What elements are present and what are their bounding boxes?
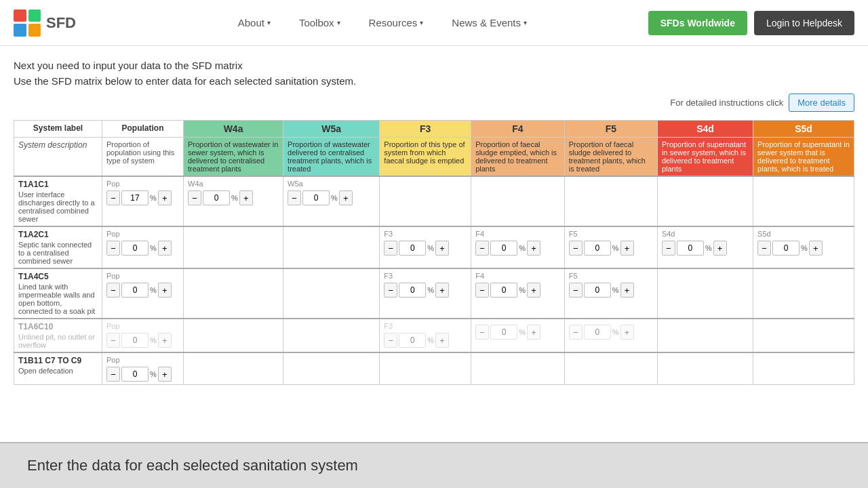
s4d-minus-t1a2c1[interactable]: − bbox=[662, 241, 675, 256]
f5-plus-t1a4c5[interactable]: + bbox=[620, 283, 634, 298]
f5-minus-t1a6c10[interactable]: − bbox=[569, 325, 583, 340]
f4-plus-t1a4c5[interactable]: + bbox=[527, 283, 540, 298]
login-helpdesk-button[interactable]: Login to Helpdesk bbox=[754, 11, 854, 35]
pop-controls-t1a2c1: − % + bbox=[106, 241, 179, 256]
pop-minus-t1a1c1[interactable]: − bbox=[106, 190, 120, 205]
pop-controls-t1a1c1: − % + bbox=[106, 190, 179, 205]
nav-toolbox[interactable]: Toolbox ▾ bbox=[288, 12, 351, 34]
s4d-plus-t1a2c1[interactable]: + bbox=[713, 241, 727, 256]
w4a-desc: Proportion of wastewater in sewer system… bbox=[184, 138, 283, 177]
s4d-cell-t1a2c1: S4d − % + bbox=[657, 226, 753, 268]
nav-about[interactable]: About ▾ bbox=[227, 12, 281, 34]
f3-plus-t1a2c1[interactable]: + bbox=[435, 241, 449, 256]
w5a-plus-t1a1c1[interactable]: + bbox=[339, 190, 353, 205]
w5a-cell-t1a2c1 bbox=[283, 226, 380, 268]
main-content: Next you need to input your data to the … bbox=[0, 46, 868, 385]
logo[interactable]: SFD bbox=[14, 9, 76, 37]
f4-minus-t1a2c1[interactable]: − bbox=[475, 241, 489, 256]
s4d-cell-t1a1c1 bbox=[657, 176, 753, 226]
chevron-down-icon: ▾ bbox=[524, 19, 527, 26]
f5-cell-t1a6c10: − % + bbox=[564, 319, 657, 352]
w4a-plus-t1a1c1[interactable]: + bbox=[239, 190, 253, 205]
f3-input-t1a6c10[interactable] bbox=[399, 333, 426, 348]
s4d-cell-t1b11 bbox=[657, 352, 753, 385]
f5-cell-t1b11 bbox=[564, 352, 657, 385]
pop-minus-t1b11[interactable]: − bbox=[106, 367, 120, 382]
col-header-w4a: W4a bbox=[184, 121, 283, 138]
f3-minus-t1a2c1[interactable]: − bbox=[384, 241, 397, 256]
w5a-cell-t1a1c1: W5a − % + bbox=[283, 176, 380, 226]
f3-plus-t1a6c10[interactable]: + bbox=[435, 333, 449, 348]
pop-input-t1a4c5[interactable] bbox=[121, 283, 149, 298]
description-row: System description Proportion of populat… bbox=[14, 138, 854, 177]
col-header-population: Population bbox=[102, 121, 184, 138]
f4-minus-t1a6c10[interactable]: − bbox=[475, 325, 489, 340]
f3-minus-t1a6c10[interactable]: − bbox=[384, 333, 397, 348]
f4-cell-t1a6c10: − % + bbox=[471, 319, 565, 352]
f4-input-t1a6c10[interactable] bbox=[490, 325, 517, 340]
w4a-minus-t1a1c1[interactable]: − bbox=[188, 190, 201, 205]
pop-minus-t1a6c10[interactable]: − bbox=[106, 333, 120, 348]
pop-minus-t1a2c1[interactable]: − bbox=[106, 241, 120, 256]
pop-input-t1a6c10[interactable] bbox=[121, 333, 149, 348]
f5-minus-t1a4c5[interactable]: − bbox=[569, 283, 583, 298]
w5a-controls-t1a1c1: − % + bbox=[288, 190, 375, 205]
w4a-cell-t1a2c1 bbox=[184, 226, 283, 268]
pop-plus-t1a4c5[interactable]: + bbox=[158, 283, 172, 298]
s5d-cell-t1b11 bbox=[753, 352, 854, 385]
pop-plus-t1a2c1[interactable]: + bbox=[158, 241, 172, 256]
s5d-minus-t1a2c1[interactable]: − bbox=[757, 241, 771, 256]
pop-plus-t1b11[interactable]: + bbox=[158, 367, 172, 382]
f3-input-t1a2c1[interactable] bbox=[399, 241, 426, 256]
logo-text: SFD bbox=[46, 14, 76, 32]
f4-input-t1a4c5[interactable] bbox=[490, 283, 517, 298]
f5-plus-t1a2c1[interactable]: + bbox=[620, 241, 634, 256]
pop-cell-t1a4c5: Pop − % + bbox=[102, 268, 184, 319]
f5-input-t1a4c5[interactable] bbox=[584, 283, 611, 298]
pop-plus-t1a6c10[interactable]: + bbox=[158, 333, 172, 348]
f3-minus-t1a4c5[interactable]: − bbox=[384, 283, 397, 298]
pop-plus-t1a1c1[interactable]: + bbox=[158, 190, 172, 205]
s5d-plus-t1a2c1[interactable]: + bbox=[809, 241, 823, 256]
f3-cell-t1a1c1 bbox=[380, 176, 471, 226]
w4a-cell-t1b11 bbox=[184, 352, 283, 385]
f3-input-t1a4c5[interactable] bbox=[399, 283, 426, 298]
w5a-minus-t1a1c1[interactable]: − bbox=[288, 190, 301, 205]
pop-cell-t1a1c1: Pop − % + bbox=[102, 176, 184, 226]
f5-minus-t1a2c1[interactable]: − bbox=[569, 241, 583, 256]
s4d-input-t1a2c1[interactable] bbox=[677, 241, 704, 256]
pop-input-t1a1c1[interactable] bbox=[121, 190, 149, 205]
s4d-cell-t1a6c10 bbox=[657, 319, 753, 352]
f3-cell-t1b11 bbox=[380, 352, 471, 385]
f4-cell-t1a1c1 bbox=[471, 176, 565, 226]
s4d-controls-t1a2c1: − % + bbox=[662, 241, 749, 256]
w5a-input-t1a1c1[interactable] bbox=[302, 190, 330, 205]
pop-cell-t1a6c10: Pop − % + bbox=[102, 319, 184, 352]
nav-resources[interactable]: Resources ▾ bbox=[358, 12, 435, 34]
w5a-cell-t1b11 bbox=[283, 352, 380, 385]
logo-sq2 bbox=[28, 9, 41, 22]
f5-input-t1a2c1[interactable] bbox=[584, 241, 611, 256]
col-header-s5d: S5d bbox=[753, 121, 854, 138]
pop-minus-t1a4c5[interactable]: − bbox=[106, 283, 120, 298]
pop-input-t1a2c1[interactable] bbox=[121, 241, 149, 256]
f4-cell-t1a2c1: F4 − % + bbox=[471, 226, 565, 268]
s5d-input-t1a2c1[interactable] bbox=[772, 241, 800, 256]
f3-controls-t1a2c1: − % + bbox=[384, 241, 467, 256]
sfds-worldwide-button[interactable]: SFDs Worldwide bbox=[648, 11, 747, 35]
f4-input-t1a2c1[interactable] bbox=[490, 241, 517, 256]
w4a-input-t1a1c1[interactable] bbox=[203, 190, 230, 205]
f5-controls-t1a2c1: − % + bbox=[569, 241, 653, 256]
more-details-button[interactable]: More details bbox=[789, 94, 854, 112]
f3-plus-t1a4c5[interactable]: + bbox=[435, 283, 449, 298]
f4-plus-t1a2c1[interactable]: + bbox=[527, 241, 540, 256]
nav-news-events[interactable]: News & Events ▾ bbox=[441, 12, 538, 34]
pop-input-t1b11[interactable] bbox=[121, 367, 149, 382]
system-id-t1b11: T1B11 C7 TO C9 Open defecation bbox=[14, 352, 102, 385]
instructions-text: For detailed instructions click bbox=[670, 98, 783, 108]
f5-plus-t1a6c10[interactable]: + bbox=[620, 325, 634, 340]
col-header-f3: F3 bbox=[380, 121, 471, 138]
f4-plus-t1a6c10[interactable]: + bbox=[527, 325, 540, 340]
f4-minus-t1a4c5[interactable]: − bbox=[475, 283, 489, 298]
f5-input-t1a6c10[interactable] bbox=[584, 325, 611, 340]
